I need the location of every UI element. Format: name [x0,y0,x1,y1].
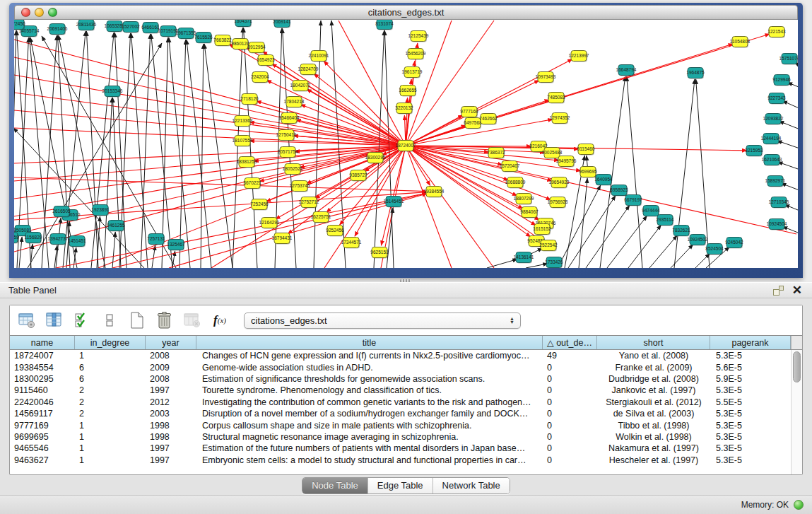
network-node[interactable]: 9227343 [767,93,786,105]
network-node[interactable]: 19654923 [549,177,570,189]
network-node[interactable]: 7386372 [487,148,505,159]
table-cell[interactable]: 9463627 [10,455,75,466]
network-node[interactable]: 12974352 [550,113,570,124]
float-panel-icon[interactable] [773,286,784,296]
network-node[interactable]: 12753745 [290,181,310,192]
table-cell[interactable]: 2 [75,385,146,396]
table-cell[interactable]: Investigating the contribution of common… [196,397,543,408]
network-node[interactable]: 9860124 [231,39,249,50]
network-node[interactable]: 9129946 [772,75,791,86]
network-node[interactable]: 3215953 [745,146,763,157]
network-node[interactable]: 7663822 [213,35,232,47]
network-node[interactable]: 7615526 [194,33,213,44]
table-cell[interactable]: 9699695 [10,431,75,443]
network-node[interactable]: 2069141 [273,20,291,28]
table-cell[interactable]: 2008 [146,373,196,385]
network-node[interactable]: 10924502 [688,235,708,246]
network-node[interactable]: 1527002 [122,22,140,33]
table-row[interactable]: 1872400712008Changes of HCN gene express… [10,350,791,361]
table-cell[interactable]: 5.3E-5 [710,443,791,454]
network-node[interactable]: 12710345 [769,197,789,209]
table-cell[interactable]: 0 [543,443,597,454]
table-cell[interactable]: 5.6E-5 [710,361,791,373]
table-cell[interactable]: Structural magnetic resonance image aver… [196,431,543,443]
table-cell[interactable]: 2008 [146,350,196,361]
network-node[interactable]: 8131074 [375,20,394,30]
network-node[interactable]: 8958923 [610,185,628,197]
network-node[interactable]: 16225751 [311,212,331,223]
vertical-scrollbar[interactable] [791,350,802,474]
network-node[interactable]: 1964875 [686,68,705,79]
network-node[interactable]: 12213997 [569,51,589,62]
network-node[interactable]: 2935114 [657,215,674,226]
network-node[interactable]: 1654923 [257,55,275,66]
table-cell[interactable]: Dudbridge et al. (2008) [597,373,710,385]
table-cell[interactable]: 5.3E-5 [710,350,791,361]
table-cell[interactable]: 0 [543,455,597,466]
citation-network-graph[interactable]: 1872400732201321662655196137191545620912… [14,20,798,268]
column-header-short[interactable]: short [597,336,710,349]
network-node[interactable]: 9245042 [725,238,743,249]
network-node[interactable]: 2522542 [539,240,558,252]
network-node[interactable]: 15751074 [779,54,798,65]
table-cell[interactable]: 6 [75,361,146,373]
network-node[interactable]: 12125439 [408,31,429,42]
network-node[interactable]: 15466404 [279,113,300,124]
network-node[interactable]: 10973493 [536,72,556,83]
new-table-icon[interactable] [128,311,146,329]
network-node[interactable]: 1451451 [68,236,86,247]
table-cell[interactable]: Changes of HCN gene expression and I(f) … [196,350,543,361]
table-cell[interactable]: Tibbo et al. (1998) [597,419,710,431]
table-settings-icon[interactable] [18,311,36,329]
network-node[interactable]: 15456209 [406,49,426,60]
network-node[interactable]: 20811436 [76,20,97,31]
column-header-pagerank[interactable]: pagerank [710,336,791,349]
table-cell[interactable]: 1998 [146,419,196,431]
table-cell[interactable]: 2 [75,408,146,419]
table-cell[interactable]: 14569117 [10,408,75,419]
network-node[interactable]: 10924504 [767,219,787,230]
network-node[interactable]: 1923891 [91,205,110,216]
table-cell[interactable]: 49 [543,350,597,361]
network-node[interactable]: 7485083 [547,93,565,104]
tab-edge-table[interactable]: Edge Table [367,478,433,493]
network-node[interactable]: 9252456 [326,226,344,237]
table-cell[interactable]: 5.3E-5 [710,419,791,431]
network-node[interactable]: 18042077 [290,81,311,92]
network-node[interactable]: 20571754 [278,147,298,158]
network-node[interactable]: 12824709 [298,64,319,76]
network-node[interactable]: 17344571 [341,238,362,249]
table-cell[interactable]: Tourette syndrome. Phenomenology and cla… [196,385,543,396]
table-row[interactable]: 946362711997Embryonic stem cells: a mode… [10,455,791,466]
network-node[interactable]: 16648794 [616,65,637,76]
table-cell[interactable]: 1998 [146,431,196,443]
network-node[interactable]: 1221543 [767,27,786,38]
network-node[interactable]: 18807299 [514,194,534,205]
column-header-year[interactable]: year [146,336,196,349]
table-cell[interactable]: 9115460 [10,385,75,396]
table-cell[interactable]: 9465546 [10,443,75,454]
network-node[interactable]: 12750419 [276,130,297,141]
network-node[interactable]: 15145451 [384,197,404,208]
table-cell[interactable]: Genome-wide association studies in ADHD. [196,361,543,373]
network-node[interactable]: 13942737 [48,234,69,245]
table-cell[interactable]: Estimation of the future numbers of pati… [196,443,543,454]
table-cell[interactable]: 1 [75,350,146,361]
table-cell[interactable]: 5.3E-5 [710,455,791,466]
table-cell[interactable]: Disruption of a novel member of a sodium… [196,408,543,419]
network-node[interactable]: 12752712 [299,197,319,209]
network-node[interactable]: 1662655 [399,86,417,97]
table-cell[interactable]: 0 [543,385,597,396]
network-node[interactable]: 12164291 [259,218,280,229]
table-cell[interactable]: 5.3E-5 [710,385,791,396]
table-cell[interactable]: 18724007 [10,350,75,361]
zoom-window-icon[interactable] [48,8,57,17]
network-node[interactable]: 8912954 [247,42,266,54]
network-node[interactable]: 1872450 [14,20,25,30]
network-node[interactable]: 18381253 [237,157,257,168]
network-node[interactable]: 9699695 [579,167,597,178]
table-cell[interactable]: 2009 [146,361,196,373]
table-row[interactable]: 1456911722003Disruption of a novel membe… [10,408,791,419]
table-cell[interactable]: 1997 [146,385,196,396]
table-row[interactable]: 911546021997Tourette syndrome. Phenomeno… [10,385,791,396]
